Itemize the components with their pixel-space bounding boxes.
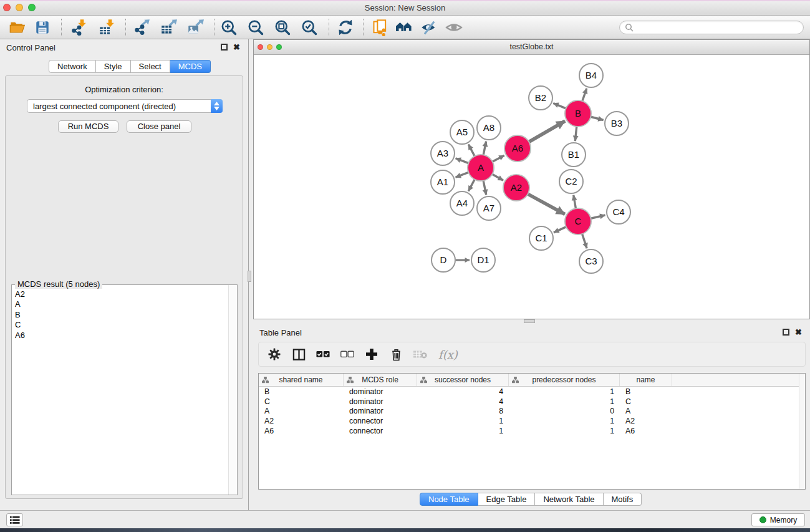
column-header-predecessor-nodes[interactable]: predecessor nodes bbox=[509, 374, 620, 386]
node-C4[interactable]: C4 bbox=[607, 200, 630, 224]
edge-C-C1[interactable] bbox=[554, 226, 567, 233]
apply-layout-button[interactable] bbox=[337, 18, 354, 37]
node-A[interactable]: A bbox=[468, 155, 494, 181]
node-A5[interactable]: A5 bbox=[450, 120, 474, 144]
table-settings-button[interactable] bbox=[267, 346, 282, 362]
vertical-splitter-grip[interactable] bbox=[248, 271, 251, 282]
edge-A-A2[interactable] bbox=[491, 173, 504, 180]
column-header-mcds-role[interactable]: MCDS role bbox=[344, 374, 417, 386]
node-A8[interactable]: A8 bbox=[477, 116, 501, 140]
edge-A-A8[interactable] bbox=[483, 142, 486, 157]
node-B[interactable]: B bbox=[565, 100, 591, 127]
tab-select[interactable]: Select bbox=[131, 60, 170, 73]
edge-A-A7[interactable] bbox=[483, 180, 486, 195]
node-C[interactable]: C bbox=[565, 208, 591, 235]
deselect-all-button[interactable] bbox=[340, 346, 355, 362]
edge-A-A6[interactable] bbox=[491, 155, 504, 162]
export-network-button[interactable] bbox=[133, 18, 150, 37]
node-A3[interactable]: A3 bbox=[431, 142, 455, 165]
delete-column-button[interactable] bbox=[388, 346, 403, 362]
node-C3[interactable]: C3 bbox=[579, 249, 603, 273]
first-neighbors-button[interactable] bbox=[395, 18, 413, 37]
table-row[interactable]: Bdominator41B bbox=[259, 387, 805, 397]
delete-table-button[interactable] bbox=[413, 346, 428, 362]
node-D1[interactable]: D1 bbox=[471, 248, 495, 272]
node-B1[interactable]: B1 bbox=[562, 143, 586, 167]
edge-B-B2[interactable] bbox=[553, 103, 567, 109]
node-D[interactable]: D bbox=[432, 248, 455, 272]
zoom-selected-button[interactable] bbox=[301, 18, 318, 37]
hide-selected-button[interactable] bbox=[420, 18, 438, 37]
search-input[interactable] bbox=[636, 23, 798, 32]
search-box[interactable] bbox=[619, 21, 804, 34]
zoom-fit-button[interactable] bbox=[274, 18, 291, 37]
close-panel-button[interactable]: Close panel bbox=[127, 120, 191, 133]
tab-edge-table[interactable]: Edge Table bbox=[478, 493, 536, 506]
open-session-button[interactable] bbox=[8, 18, 26, 37]
node-A7[interactable]: A7 bbox=[477, 196, 501, 220]
table-scrollbar[interactable] bbox=[799, 374, 805, 489]
edge-C-C3[interactable] bbox=[582, 233, 587, 248]
create-column-button[interactable] bbox=[364, 346, 379, 362]
column-header-successor-nodes[interactable]: successor nodes bbox=[417, 374, 509, 386]
memory-button[interactable]: Memory bbox=[751, 513, 805, 526]
edge-A2-C[interactable] bbox=[527, 193, 565, 214]
edge-A-A4[interactable] bbox=[468, 178, 475, 191]
result-list-item[interactable]: B bbox=[15, 310, 228, 320]
column-header-name[interactable]: name bbox=[620, 374, 672, 386]
node-B3[interactable]: B3 bbox=[605, 112, 629, 135]
edge-B-B4[interactable] bbox=[582, 89, 587, 102]
table-row[interactable]: A2connector11A2 bbox=[259, 416, 805, 426]
edge-A-A1[interactable] bbox=[456, 172, 470, 178]
edge-B-B1[interactable] bbox=[575, 125, 577, 141]
minimize-window-button[interactable] bbox=[16, 4, 23, 11]
result-list-item[interactable]: A2 bbox=[15, 289, 228, 299]
tab-node-table[interactable]: Node Table bbox=[420, 493, 478, 506]
network-canvas[interactable]: B4B2BB3A5A8A6A3B1AA1C2A2A4A7C4CC1C3DD1 bbox=[254, 55, 809, 319]
tab-motifs[interactable]: Motifs bbox=[604, 493, 642, 506]
zoom-window-button[interactable] bbox=[28, 4, 36, 11]
edge-B-B3[interactable] bbox=[589, 117, 603, 120]
new-network-from-selection-button[interactable] bbox=[372, 18, 389, 37]
float-table-panel-icon[interactable] bbox=[783, 329, 789, 336]
select-all-button[interactable] bbox=[316, 346, 330, 362]
horizontal-splitter-grip[interactable] bbox=[524, 319, 535, 323]
run-mcds-button[interactable]: Run MCDS bbox=[58, 120, 118, 133]
edge-A6-B[interactable] bbox=[528, 121, 565, 143]
node-C2[interactable]: C2 bbox=[559, 170, 583, 193]
edge-A-A5[interactable] bbox=[468, 144, 475, 157]
table-row[interactable]: Cdominator41C bbox=[259, 397, 805, 407]
table-row[interactable]: Adominator80A bbox=[259, 407, 805, 417]
close-table-panel-icon[interactable]: ✖ bbox=[795, 327, 802, 337]
import-network-button[interactable] bbox=[70, 18, 87, 37]
close-window-button[interactable] bbox=[3, 4, 11, 11]
network-window-titlebar[interactable]: testGlobe.txt bbox=[254, 40, 809, 55]
node-C1[interactable]: C1 bbox=[529, 226, 553, 250]
tab-style[interactable]: Style bbox=[96, 60, 131, 73]
node-A1[interactable]: A1 bbox=[431, 170, 455, 194]
import-table-button[interactable] bbox=[98, 18, 115, 37]
edge-C-C2[interactable] bbox=[574, 195, 576, 210]
result-list-item[interactable]: A6 bbox=[15, 331, 228, 341]
tab-network[interactable]: Network bbox=[49, 60, 96, 73]
result-scrollbar[interactable] bbox=[228, 285, 237, 495]
node-B4[interactable]: B4 bbox=[579, 64, 603, 87]
export-image-button[interactable] bbox=[186, 18, 204, 37]
column-header-shared-name[interactable]: shared name bbox=[259, 374, 344, 386]
result-list-item[interactable]: C bbox=[15, 320, 228, 330]
show-all-button[interactable] bbox=[445, 18, 463, 37]
tab-network-table[interactable]: Network Table bbox=[535, 493, 603, 506]
node-A4[interactable]: A4 bbox=[450, 191, 474, 215]
float-panel-icon[interactable] bbox=[221, 44, 228, 51]
node-A6[interactable]: A6 bbox=[504, 135, 531, 162]
node-B2[interactable]: B2 bbox=[529, 86, 552, 110]
edge-A-A3[interactable] bbox=[456, 158, 470, 164]
node-A2[interactable]: A2 bbox=[503, 175, 529, 201]
close-panel-icon[interactable]: ✖ bbox=[233, 42, 240, 52]
tab-mcds[interactable]: MCDS bbox=[170, 60, 211, 73]
table-row[interactable]: A6connector11A6 bbox=[259, 426, 805, 436]
save-session-button[interactable] bbox=[34, 18, 51, 37]
export-table-button[interactable] bbox=[160, 18, 177, 37]
edge-C-C4[interactable] bbox=[590, 215, 605, 219]
zoom-out-button[interactable] bbox=[247, 18, 264, 37]
